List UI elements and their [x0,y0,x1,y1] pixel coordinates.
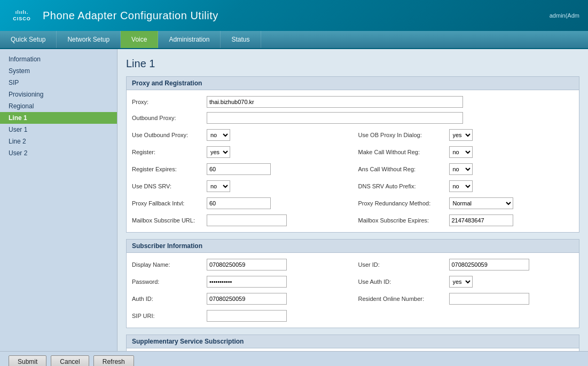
header-user: admin(Adm [550,12,579,19]
nav-bar: Quick Setup Network Setup Voice Administ… [0,31,588,49]
cisco-logo: ılıılı. CISCO [9,7,35,24]
register-expires-input[interactable] [207,163,271,175]
proxy-redundancy-select[interactable]: NormalActivePassive [449,197,513,209]
proxy-label: Proxy: [132,99,207,105]
make-call-row: Make Call Without Reg: noyes [358,145,574,160]
nav-network-setup[interactable]: Network Setup [57,31,121,48]
sidebar-item-sip[interactable]: SIP [0,77,117,89]
cancel-button[interactable]: Cancel [51,355,89,367]
password-row: Password: [132,274,348,289]
subscriber-grid: Display Name: User ID: Password: [132,257,574,323]
use-auth-id-select[interactable]: yesno [449,276,473,288]
auth-id-input[interactable] [207,293,287,305]
proxy-section: Proxy and Registration Proxy: Outbound P… [126,76,579,233]
register-expires-row: Register Expires: [132,162,348,177]
use-auth-id-row: Use Auth ID: yesno [358,274,574,289]
mailbox-expires-label: Mailbox Subscribe Expires: [358,217,449,224]
sidebar-item-information[interactable]: Information [0,53,117,65]
use-outbound-proxy-row: Use Outbound Proxy: noyes [132,128,348,142]
app-title: Phone Adapter Configuration Utility [43,10,218,22]
use-outbound-proxy-select[interactable]: noyes [207,129,230,141]
mailbox-expires-row: Mailbox Subscribe Expires: [358,213,574,228]
make-call-select[interactable]: noyes [449,146,473,158]
sip-uri-label: SIP URI: [132,313,207,319]
proxy-redundancy-label: Proxy Redundancy Method: [358,200,449,206]
register-select[interactable]: yesno [207,146,230,158]
auth-id-label: Auth ID: [132,296,207,302]
proxy-section-header: Proxy and Registration [127,77,579,90]
refresh-button[interactable]: Refresh [93,355,134,367]
proxy-fallback-input[interactable] [207,197,271,209]
sidebar-item-line2[interactable]: Line 2 [0,136,117,147]
sidebar: Information System SIP Provisioning Regi… [0,49,117,351]
ans-call-row: Ans Call Without Reg: noyes [358,162,574,177]
user-id-label: User ID: [358,261,449,268]
dns-srv-prefix-row: DNS SRV Auto Prefix: noyes [358,179,574,194]
supplementary-section-header: Supplementary Service Subscription [127,335,579,348]
use-auth-id-label: Use Auth ID: [358,279,449,285]
submit-button[interactable]: Submit [9,355,46,367]
mailbox-url-row: Mailbox Subscribe URL: [132,213,348,228]
display-name-row: Display Name: [132,257,348,272]
mailbox-url-label: Mailbox Subscribe URL: [132,217,207,224]
subscriber-section: Subscriber Information Display Name: Use… [126,239,579,328]
resident-number-row: Resident Online Number: [358,291,574,306]
nav-status[interactable]: Status [221,31,261,48]
outbound-proxy-label: Outbound Proxy: [132,115,207,121]
page-title: Line 1 [126,58,579,70]
register-row: Register: yesno [132,145,348,160]
password-input[interactable] [207,276,287,288]
dns-srv-prefix-label: DNS SRV Auto Prefix: [358,183,449,189]
header: ılıılı. CISCO Phone Adapter Configuratio… [0,0,588,31]
sidebar-item-regional[interactable]: Regional [0,100,117,112]
register-expires-label: Register Expires: [132,166,207,172]
use-outbound-proxy-label: Use Outbound Proxy: [132,132,207,138]
proxy-fallback-row: Proxy Fallback Intvl: [132,196,348,211]
proxy-grid: Use Outbound Proxy: noyes Use OB Proxy I… [132,128,574,228]
mailbox-expires-input[interactable] [449,214,513,226]
footer: Submit Cancel Refresh [0,351,588,366]
sidebar-item-user1[interactable]: User 1 [0,124,117,136]
outbound-proxy-row: Outbound Proxy: [132,110,574,125]
nav-quick-setup[interactable]: Quick Setup [0,31,57,48]
sidebar-item-user2[interactable]: User 2 [0,147,117,159]
user-id-row: User ID: [358,257,574,272]
proxy-section-body: Proxy: Outbound Proxy: Use Outbound Prox… [127,90,579,232]
proxy-input[interactable] [207,96,463,108]
use-ob-proxy-label: Use OB Proxy In Dialog: [358,132,449,138]
subscriber-section-body: Display Name: User ID: Password: [127,253,579,328]
register-label: Register: [132,149,207,155]
proxy-fallback-label: Proxy Fallback Intvl: [132,200,207,206]
sidebar-item-line1[interactable]: Line 1 [0,112,117,124]
use-ob-proxy-select[interactable]: yesno [449,129,473,141]
make-call-label: Make Call Without Reg: [358,149,449,155]
sip-uri-input[interactable] [207,310,287,322]
nav-administration[interactable]: Administration [158,31,221,48]
sidebar-item-provisioning[interactable]: Provisioning [0,89,117,100]
dns-srv-label: Use DNS SRV: [132,183,207,189]
ans-call-select[interactable]: noyes [449,163,473,175]
dns-srv-row: Use DNS SRV: noyes [132,179,348,194]
dns-srv-prefix-select[interactable]: noyes [449,180,473,192]
user-id-input[interactable] [449,259,529,270]
main-layout: Information System SIP Provisioning Regi… [0,49,588,351]
display-name-label: Display Name: [132,261,207,268]
sidebar-item-system[interactable]: System [0,65,117,77]
resident-number-input[interactable] [449,293,529,305]
supplementary-section: Supplementary Service Subscription Call … [126,335,579,351]
header-left: ılıılı. CISCO Phone Adapter Configuratio… [9,7,218,24]
ans-call-label: Ans Call Without Reg: [358,166,449,172]
dns-srv-select[interactable]: noyes [207,180,230,192]
resident-number-label: Resident Online Number: [358,296,449,302]
proxy-row: Proxy: [132,94,574,109]
display-name-input[interactable] [207,259,287,270]
proxy-redundancy-row: Proxy Redundancy Method: NormalActivePas… [358,196,574,211]
sip-uri-spacer [358,308,574,323]
nav-voice[interactable]: Voice [121,31,158,48]
mailbox-url-input[interactable] [207,214,287,226]
auth-id-row: Auth ID: [132,291,348,306]
use-ob-proxy-row: Use OB Proxy In Dialog: yesno [358,128,574,142]
supplementary-section-body: Call Waiting Serv: yesno Block CID Serv:… [127,348,579,351]
outbound-proxy-input[interactable] [207,112,463,124]
sip-uri-row: SIP URI: [132,308,348,323]
